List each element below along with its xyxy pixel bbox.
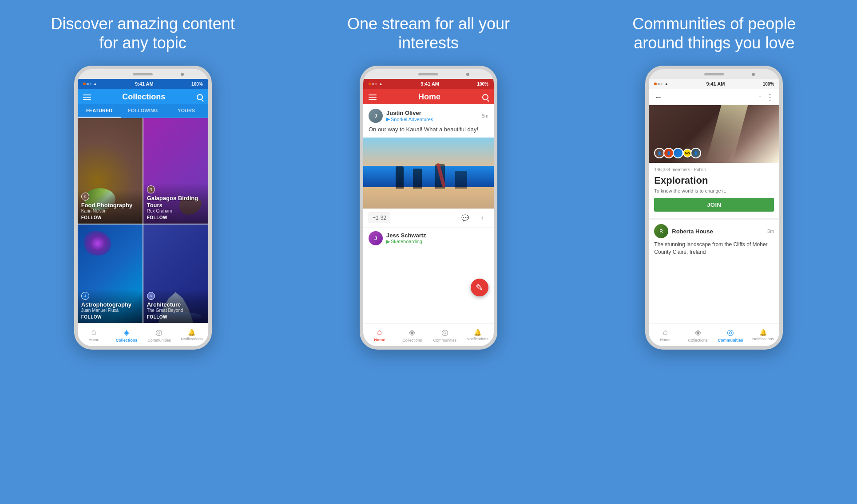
- signal-dots-3: ▲: [654, 82, 668, 86]
- status-bar-1: ▲ 9:41 AM 100%: [78, 79, 208, 89]
- collection-card-birding[interactable]: R Galapagos Birding Tours Rex Graham FOL…: [143, 118, 208, 224]
- feed-card-1-header: J Justin Oliver ▶ Snorkel Adventures 5m: [363, 104, 494, 126]
- birding-follow-btn[interactable]: FOLLOW: [147, 215, 205, 220]
- speaker-2: [418, 73, 438, 75]
- nav-notifications-1[interactable]: 🔔 Notifications: [175, 323, 208, 346]
- camera: [181, 73, 184, 76]
- nav-communities-label-3: Communities: [718, 338, 743, 343]
- arch-overlay: A Architecture The Great Beyond FOLLOW: [143, 289, 208, 323]
- collections-icon-2: ◈: [409, 327, 415, 337]
- feed-next-card: J Jess Schwartz ▶ Skateboarding: [363, 228, 494, 323]
- nav-communities-1[interactable]: ◎ Communities: [143, 323, 176, 346]
- join-button[interactable]: JOIN: [654, 198, 774, 212]
- nav-home-3[interactable]: ⌂ Home: [649, 323, 682, 346]
- feed-card-1: J Justin Oliver ▶ Snorkel Adventures 5m …: [363, 104, 494, 226]
- nav-collections-2[interactable]: ◈ Collections: [396, 323, 428, 346]
- battery-3: 100%: [763, 82, 774, 87]
- roberta-time: 5m: [767, 228, 774, 234]
- justin-avatar: J: [369, 109, 383, 123]
- collection-card-food[interactable]: K Food Photography Karin Nelson FOLLOW: [78, 118, 143, 224]
- signal-dot-3: [90, 83, 91, 85]
- back-icon[interactable]: ←: [654, 93, 662, 102]
- feed-next-community[interactable]: ▶ Skateboarding: [386, 239, 488, 244]
- roberta-avatar: R: [654, 224, 668, 238]
- camera-2: [466, 73, 469, 76]
- roberta-name: Roberta House: [672, 228, 764, 235]
- nav-home-1[interactable]: ⌂ Home: [78, 323, 111, 346]
- feed-next-user-info: Jess Schwartz ▶ Skateboarding: [386, 232, 488, 244]
- communities-icon-3: ◎: [727, 327, 734, 337]
- food-owner-row: K: [81, 193, 139, 201]
- status-bar-3: ▲ 9:41 AM 100%: [649, 79, 779, 89]
- community-name: Exploration: [654, 175, 774, 186]
- battery-1: 100%: [191, 82, 203, 87]
- comment-btn[interactable]: 💬: [459, 212, 472, 224]
- share-btn[interactable]: ↑: [476, 212, 488, 224]
- wifi-icon: ▲: [93, 82, 97, 86]
- search-icon[interactable]: [197, 94, 203, 100]
- pencil-icon: ✎: [476, 282, 483, 293]
- tab-yours[interactable]: YOURS: [165, 104, 208, 118]
- more-icon-3[interactable]: ⋮: [766, 92, 774, 102]
- communities-icon-1: ◎: [155, 327, 163, 337]
- silhouette-4: [455, 171, 467, 189]
- hamburger-menu-2[interactable]: [369, 94, 377, 100]
- arrow-right-icon: ▶: [386, 116, 390, 122]
- food-title: Food Photography: [81, 202, 139, 209]
- hamburger-menu[interactable]: [83, 94, 91, 100]
- plus-one-btn[interactable]: +1 32: [369, 213, 390, 223]
- speaker-3: [704, 73, 724, 75]
- home-icon-2: ⌂: [377, 327, 382, 337]
- astro-owner-avatar: J: [81, 292, 89, 300]
- nav-collections-1[interactable]: ◈ Collections: [110, 323, 143, 346]
- plus-one-label: +1: [373, 215, 379, 221]
- birding-owner-row: R: [147, 185, 205, 193]
- notifications-icon-2: 🔔: [474, 329, 481, 336]
- community-label-1: Snorkel Adventures: [391, 117, 433, 122]
- bottom-nav-1: ⌂ Home ◈ Collections ◎ Communities 🔔 Not…: [78, 323, 208, 346]
- nav-notifications-3[interactable]: 🔔 Notifications: [747, 323, 780, 346]
- nav-notifications-label-3: Notifications: [752, 337, 774, 341]
- collections-grid: K Food Photography Karin Nelson FOLLOW R: [78, 118, 208, 323]
- tab-following[interactable]: FOLLOWING: [121, 104, 165, 118]
- search-icon-2[interactable]: [482, 94, 488, 100]
- arch-follow-btn[interactable]: FOLLOW: [147, 315, 205, 319]
- nav-collections-3[interactable]: ◈ Collections: [682, 323, 714, 346]
- feed-text-1: On our way to Kauai! What a beautiful da…: [363, 126, 494, 137]
- community-members-row: 👤 👤 👤 NG 👤: [654, 148, 701, 158]
- beach-sand: [363, 187, 494, 209]
- signal-dot-2b: [372, 83, 374, 85]
- tab-featured[interactable]: FEATURED: [78, 104, 121, 118]
- share-icon-3[interactable]: ↑: [758, 93, 762, 101]
- member-avatar-3: 👤: [673, 148, 683, 158]
- home-icon-3: ⌂: [663, 327, 668, 337]
- community-post-text: The stunning landscape from the Cliffs o…: [654, 241, 774, 256]
- notifications-icon-1: 🔔: [188, 329, 195, 336]
- signal-dot-3b: [658, 83, 660, 85]
- food-follow-btn[interactable]: FOLLOW: [81, 215, 139, 220]
- astro-follow-btn[interactable]: FOLLOW: [81, 315, 139, 319]
- time-1: 9:41 AM: [135, 81, 154, 87]
- collection-card-astro[interactable]: J Astrophotography Juan Manuel Fluxà FOL…: [78, 224, 143, 323]
- feed-community-1[interactable]: ▶ Snorkel Adventures: [386, 116, 478, 122]
- arch-owner-avatar: A: [147, 292, 155, 300]
- nav-communities-label-2: Communities: [433, 338, 456, 343]
- collection-card-arch[interactable]: A Architecture The Great Beyond FOLLOW: [143, 224, 208, 323]
- community-cover: 👤 👤 👤 NG 👤: [649, 105, 779, 163]
- nav-communities-3[interactable]: ◎ Communities: [714, 323, 747, 346]
- feed-actions-1: +1 32 💬 ↑: [363, 209, 494, 227]
- nav-home-2[interactable]: ⌂ Home: [363, 323, 396, 346]
- nav-communities-2[interactable]: ◎ Communities: [428, 323, 461, 346]
- signal-dot-2: [87, 83, 89, 85]
- signal-dot-3c: [661, 83, 663, 85]
- birding-author: Rex Graham: [147, 209, 205, 213]
- arch-owner-row: A: [147, 292, 205, 300]
- app1-header: Collections: [78, 89, 208, 104]
- nav-notifications-2[interactable]: 🔔 Notifications: [461, 323, 494, 346]
- phone-2: ▲ 9:41 AM 100% Home J: [360, 66, 497, 350]
- feed-next-header: J Jess Schwartz ▶ Skateboarding: [363, 228, 494, 248]
- wifi-icon-2: ▲: [379, 82, 383, 86]
- nav-home-label-1: Home: [88, 338, 99, 342]
- arch-subtitle: The Great Beyond: [147, 308, 205, 313]
- birding-title: Galapagos Birding Tours: [147, 195, 205, 209]
